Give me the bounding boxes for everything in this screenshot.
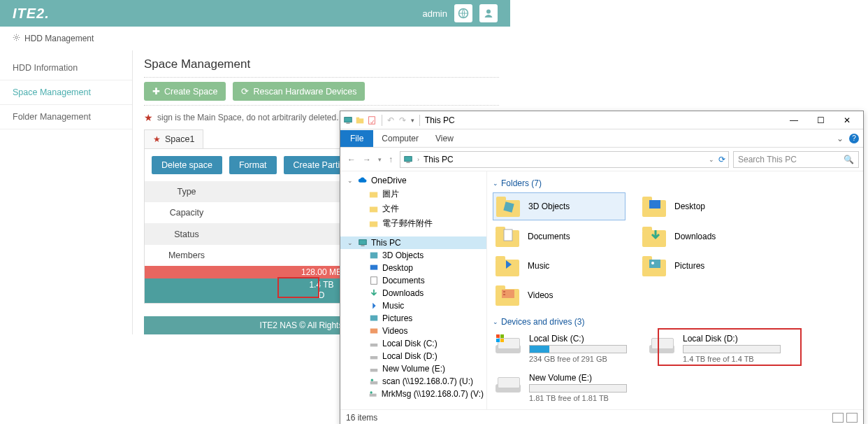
section-drives[interactable]: ⌄Devices and drives (3) <box>493 317 858 327</box>
sidebar-item-hdd-info[interactable]: HDD Information <box>0 56 132 80</box>
folder-icon <box>642 255 667 276</box>
forward-button[interactable]: → <box>363 155 371 164</box>
refresh-icon[interactable]: ⟳ <box>718 155 725 164</box>
hdd-management-header: HDD Management <box>0 27 510 50</box>
tree-item[interactable]: 電子郵件附件 <box>340 216 486 231</box>
tab-space1[interactable]: ★ Space1 <box>144 129 203 148</box>
folder-icon <box>642 196 667 217</box>
svg-rect-16 <box>370 265 378 270</box>
back-button[interactable]: ← <box>347 155 356 164</box>
tree-item[interactable]: Documents <box>340 274 486 287</box>
svg-rect-14 <box>361 246 364 246</box>
view-details-icon[interactable] <box>832 413 844 423</box>
tree-item[interactable]: 文件 <box>340 202 486 216</box>
qat-dropdown-icon[interactable]: ▾ <box>411 117 414 124</box>
svg-rect-36 <box>500 334 504 338</box>
tree-item[interactable]: 3D Objects <box>340 249 486 262</box>
user-icon[interactable] <box>479 4 498 22</box>
refresh-icon: ⟳ <box>241 86 249 97</box>
drive-icon <box>496 373 523 394</box>
drive-icon <box>496 334 523 355</box>
folder-item[interactable]: Desktop <box>639 192 772 220</box>
svg-rect-37 <box>496 339 500 342</box>
svg-rect-10 <box>370 192 377 197</box>
svg-rect-29 <box>504 229 512 241</box>
tree-item[interactable]: scan (\\192.168.0.7) (U:) <box>340 375 486 388</box>
tree-item[interactable]: Music <box>340 299 486 312</box>
section-folders[interactable]: ⌄Folders (7) <box>493 178 858 188</box>
search-input[interactable]: Search This PC 🔍 <box>733 151 859 168</box>
drive-item[interactable]: Local Disk (C:)234 GB free of 291 GB <box>493 331 632 366</box>
page-title: Space Management <box>144 57 499 71</box>
annotation-highlight <box>658 328 802 366</box>
maximize-button[interactable]: ☐ <box>807 111 834 129</box>
format-button[interactable]: Format <box>229 156 277 174</box>
content-pane: ⌄Folders (7) 3D Objects Desktop Document… <box>487 171 863 409</box>
cloud-icon <box>358 176 368 185</box>
folder-icon <box>369 190 379 199</box>
up-button[interactable]: ↑ <box>389 155 393 164</box>
svg-rect-13 <box>359 240 367 245</box>
svg-point-2 <box>15 36 17 38</box>
svg-rect-21 <box>370 356 378 359</box>
svg-rect-27 <box>503 202 514 212</box>
redo-icon[interactable]: ↷ <box>399 115 409 125</box>
svg-rect-9 <box>406 162 410 162</box>
star-icon: ★ <box>144 113 153 122</box>
svg-rect-11 <box>370 206 377 212</box>
globe-icon[interactable] <box>454 4 472 22</box>
annotation-highlight <box>277 277 319 298</box>
tree-onedrive[interactable]: ⌄OneDrive <box>340 174 486 187</box>
rescan-button[interactable]: ⟳Rescan Hardware Devices <box>233 82 365 101</box>
folder-item[interactable]: Pictures <box>639 253 772 279</box>
close-button[interactable]: ✕ <box>834 111 860 129</box>
svg-rect-23 <box>370 381 378 384</box>
undo-icon[interactable]: ↶ <box>387 115 397 125</box>
create-space-button[interactable]: ✚Create Space <box>144 82 226 101</box>
folder-item[interactable]: 3D Objects <box>493 192 625 220</box>
folder-item[interactable]: Videos <box>493 282 625 309</box>
svg-rect-35 <box>496 334 500 338</box>
folder-icon[interactable] <box>355 115 365 125</box>
tree-item[interactable]: New Volume (E:) <box>340 362 486 375</box>
svg-rect-18 <box>370 316 378 321</box>
help-icon[interactable]: ? <box>849 134 859 143</box>
svg-rect-30 <box>649 260 660 268</box>
drive-item[interactable]: New Volume (E:)1.81 TB free of 1.81 TB <box>493 370 632 405</box>
nas-user: admin <box>423 8 447 19</box>
breadcrumb[interactable]: This PC <box>424 155 454 164</box>
tree-this-pc[interactable]: ⌄This PC <box>340 236 486 249</box>
delete-space-button[interactable]: Delete space <box>152 156 222 174</box>
sidebar-item-folder-mgmt[interactable]: Folder Management <box>0 105 132 129</box>
address-dropdown-icon[interactable]: ⌄ <box>709 156 714 163</box>
folder-item[interactable]: Downloads <box>639 223 772 250</box>
status-bar: 16 items <box>340 409 863 424</box>
tree-item[interactable]: Pictures <box>340 312 486 325</box>
tab-file[interactable]: File <box>340 130 373 147</box>
address-field[interactable]: › This PC ⌄ ⟳ <box>400 151 729 168</box>
svg-rect-22 <box>370 369 378 372</box>
chevron-down-icon[interactable]: ⌄ <box>837 134 844 143</box>
tree-item[interactable]: Local Disk (D:) <box>340 350 486 362</box>
window-title: This PC <box>425 115 455 125</box>
tab-view[interactable]: View <box>427 130 462 147</box>
nas-header: ITE2. admin <box>0 0 510 27</box>
properties-icon[interactable] <box>367 115 377 125</box>
view-large-icon[interactable] <box>846 413 858 423</box>
svg-rect-33 <box>503 291 505 292</box>
svg-rect-3 <box>345 117 352 122</box>
tree-item[interactable]: Downloads <box>340 287 486 299</box>
nas-sidebar: HDD Information Space Management Folder … <box>0 50 133 334</box>
folder-item[interactable]: Documents <box>493 223 625 250</box>
tree-item[interactable]: Desktop <box>340 262 486 274</box>
tab-computer[interactable]: Computer <box>373 130 427 147</box>
tree-item[interactable]: Videos <box>340 325 486 337</box>
tree-item[interactable]: Local Disk (C:) <box>340 337 486 350</box>
recent-dropdown-icon[interactable]: ▾ <box>378 156 382 163</box>
tree-item[interactable]: 圖片 <box>340 187 486 202</box>
folder-item[interactable]: Music <box>493 253 625 279</box>
tree-item[interactable]: MrkMsg (\\192.168.0.7) (V:) <box>340 388 486 400</box>
minimize-button[interactable]: — <box>781 111 807 129</box>
sidebar-item-space-mgmt[interactable]: Space Management <box>0 80 132 105</box>
svg-rect-12 <box>370 221 377 227</box>
